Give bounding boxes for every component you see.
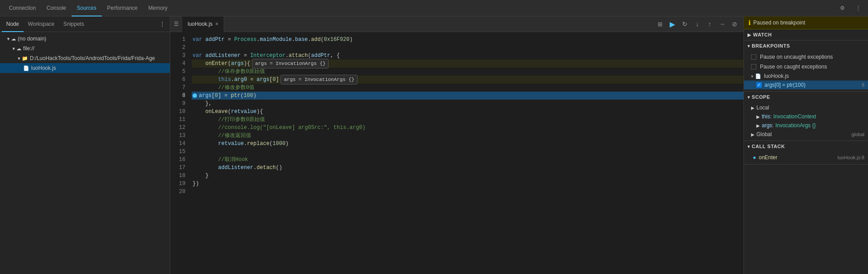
cs-file-loc: luoHook.js:8 — [837, 155, 864, 160]
deactivate-icon[interactable]: ⊘ — [729, 19, 740, 29]
ln-17: 17 — [170, 164, 185, 172]
bp-entry[interactable]: ✓ args[0] = ptr(100) 8 — [744, 81, 868, 89]
tree-file-cloud-icon: ▾ ☁ — [12, 46, 21, 52]
editor-tab-close[interactable]: × — [215, 21, 218, 27]
scope-args-value: InvocationArgs {} — [776, 122, 816, 129]
ln-4: 4 — [170, 60, 185, 68]
scope-label: Scope — [752, 94, 770, 100]
bp-entry-checkbox[interactable]: ✓ — [756, 82, 762, 88]
code-line-11: //打印参数0原始值 — [192, 116, 743, 124]
editor-breadcrumb-icon[interactable]: ☰ — [170, 21, 182, 27]
scope-this-value: InvocationContext — [773, 113, 816, 120]
scope-global-chevron: ▶ — [751, 132, 755, 137]
ln-10: 10 — [170, 108, 185, 116]
settings-icon[interactable]: ⚙ — [836, 2, 848, 14]
watch-section: ▶ Watch — [744, 29, 868, 40]
ln-1: 1 — [170, 36, 185, 44]
scope-header[interactable]: ▾ Scope — [744, 92, 868, 102]
pause-caught-item[interactable]: Pause on caught exceptions — [744, 62, 868, 72]
nav-memory[interactable]: Memory — [143, 0, 173, 16]
nav-console[interactable]: Console — [41, 0, 72, 16]
ln-5: 5 — [170, 68, 185, 76]
editor-tab-filename: luoHook.js — [188, 21, 213, 27]
code-line-19: }) — [192, 180, 743, 188]
watch-label: Watch — [753, 32, 772, 37]
ln-15: 15 — [170, 148, 185, 156]
nav-sources[interactable]: Sources — [72, 0, 102, 16]
tree-dir-label: D:/LuoHackTools/Tools/AndroidTools/Frida… — [30, 55, 155, 61]
tree-item-luohook[interactable]: 📄 luoHook.js — [0, 63, 170, 73]
breakpoints-header[interactable]: ▾ Breakpoints — [744, 40, 868, 51]
pause-uncaught-checkbox[interactable] — [751, 54, 756, 60]
code-line-6: this.arg0 = args[0] args = InvocationArg… — [192, 76, 743, 84]
tree-luohook-label: luoHook.js — [31, 65, 56, 71]
tab-snippets[interactable]: Snippets — [59, 16, 89, 32]
code-content[interactable]: var addPtr = Process.mainModule.base.add… — [188, 32, 743, 274]
call-stack-content: ● onEnter luoHook.js:8 — [744, 152, 868, 164]
ln-11: 11 — [170, 116, 185, 124]
nav-connection[interactable]: Connection — [4, 0, 41, 16]
code-line-8: args[0] = ptr(100) — [192, 92, 743, 100]
cs-item-onenter[interactable]: ● onEnter luoHook.js:8 — [744, 153, 868, 162]
cs-active-dot: ● — [753, 154, 756, 161]
scope-this-chevron: ▶ — [756, 114, 760, 119]
ln-18: 18 — [170, 172, 185, 180]
step-over-icon[interactable]: ↻ — [679, 19, 690, 29]
bp-entry-line: 8 — [862, 82, 864, 88]
pause-caught-checkbox[interactable] — [751, 64, 756, 69]
scope-local-header[interactable]: ▶ Local — [744, 103, 868, 112]
tree-file-label: file:// — [23, 45, 34, 52]
code-line-1: var addPtr = Process.mainModule.base.add… — [192, 36, 743, 44]
scope-local-label: Local — [756, 105, 769, 111]
watch-header[interactable]: ▶ Watch — [744, 29, 868, 40]
right-panel: ℹ Paused on breakpoint ▶ Watch ▾ Breakpo… — [743, 16, 868, 274]
scope-this-key: this: — [762, 113, 772, 120]
pause-uncaught-label: Pause on uncaught exceptions — [760, 54, 833, 60]
ln-8: 8 — [170, 92, 185, 100]
tree-item-file[interactable]: ▾ ☁ file:// — [0, 44, 170, 53]
bp-expand-icon: ▾ — [751, 74, 753, 79]
tab-node[interactable]: Node — [2, 16, 24, 32]
tree-item-dir[interactable]: ▾ 📁 D:/LuoHackTools/Tools/AndroidTools/F… — [0, 53, 170, 63]
nav-performance[interactable]: Performance — [102, 0, 143, 16]
tree-folder-icon: ▾ 📁 — [18, 56, 28, 61]
editor-tabs: ☰ luoHook.js × ⊞ ▶ ↻ ↓ ↑ → ⊘ — [170, 16, 743, 32]
step-out-icon[interactable]: ↑ — [704, 19, 715, 29]
pause-uncaught-item[interactable]: Pause on uncaught exceptions — [744, 52, 868, 62]
breakpoints-section: ▾ Breakpoints Pause on uncaught exceptio… — [744, 40, 868, 92]
call-stack-label: Call Stack — [752, 144, 785, 149]
ln-13: 13 — [170, 132, 185, 140]
tab-more-icon[interactable]: ⋮ — [157, 20, 168, 28]
tab-workspace[interactable]: Workspace — [24, 16, 59, 32]
watch-chevron: ▶ — [747, 32, 751, 37]
code-editor-wrap: 1 2 3 4 5 6 7 8 9 10 11 12 13 14 15 16 1 — [170, 32, 743, 274]
scope-this-item[interactable]: ▶ this: InvocationContext — [744, 112, 868, 121]
tree-no-domain-label: (no domain) — [18, 36, 46, 42]
code-line-13: //修改返回值 — [192, 132, 743, 140]
ln-14: 14 — [170, 140, 185, 148]
scope-content: ▶ Local ▶ this: InvocationContext ▶ args… — [744, 102, 868, 141]
call-stack-header[interactable]: ▾ Call Stack — [744, 141, 868, 152]
collapse-action-icon[interactable]: ⊞ — [655, 19, 665, 29]
tree-js-icon: 📄 — [23, 65, 29, 71]
editor-tab-luohook[interactable]: luoHook.js × — [182, 16, 224, 32]
code-line-20 — [192, 188, 743, 196]
tree-cloud-icon: ▾ ☁ — [7, 36, 16, 42]
scope-args-item[interactable]: ▶ args: InvocationArgs {} — [744, 121, 868, 130]
left-panel: Node Workspace Snippets ⋮ ▾ ☁ (no domain… — [0, 16, 170, 274]
code-line-15 — [192, 148, 743, 156]
step-async-icon[interactable]: → — [717, 19, 727, 29]
tree-item-no-domain[interactable]: ▾ ☁ (no domain) — [0, 34, 170, 44]
scope-global-header[interactable]: ▶ Global global — [744, 130, 868, 139]
code-editor[interactable]: 1 2 3 4 5 6 7 8 9 10 11 12 13 14 15 16 1 — [170, 32, 743, 274]
resume-action-icon[interactable]: ▶ — [667, 19, 678, 29]
bp-file-item[interactable]: ▾ 📄 luoHook.js — [744, 72, 868, 81]
scope-local-chevron: ▶ — [751, 105, 755, 110]
more-icon[interactable]: ⋮ — [852, 2, 864, 14]
info-icon: ℹ — [748, 19, 751, 26]
pause-caught-label: Pause on caught exceptions — [760, 64, 827, 70]
step-into-icon[interactable]: ↓ — [692, 19, 703, 29]
tooltip-args-4: args = InvocationArgs {} — [252, 59, 329, 68]
editor-area: ☰ luoHook.js × ⊞ ▶ ↻ ↓ ↑ → ⊘ 1 2 — [170, 16, 743, 274]
cs-fn-name: onEnter — [759, 154, 837, 161]
